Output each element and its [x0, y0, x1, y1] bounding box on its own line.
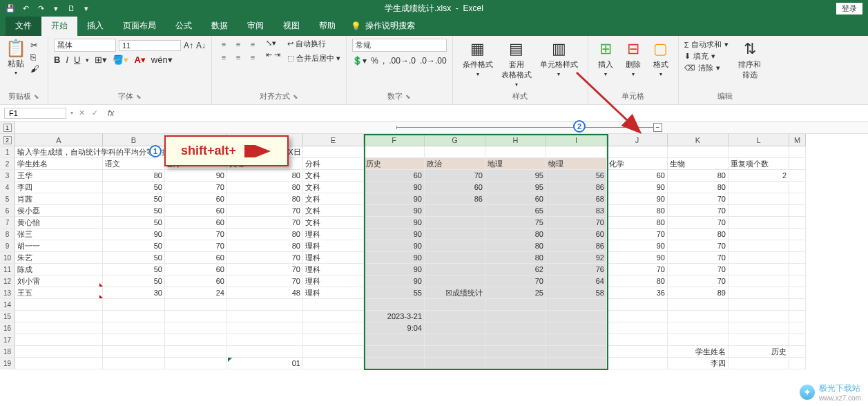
fill-color-button[interactable]: 🪣▾: [113, 55, 128, 65]
cell[interactable]: 9:04: [364, 322, 425, 334]
cell[interactable]: [227, 346, 303, 358]
cell[interactable]: [607, 146, 668, 158]
cell[interactable]: [729, 287, 789, 299]
cell[interactable]: [485, 346, 546, 358]
cell[interactable]: 50: [103, 193, 165, 205]
cell[interactable]: [729, 264, 789, 276]
increase-decimal-icon[interactable]: .00→.0: [389, 56, 416, 66]
number-launcher-icon[interactable]: ⬊: [405, 93, 411, 100]
row-header[interactable]: 9: [0, 240, 15, 252]
cell[interactable]: [789, 334, 806, 346]
cell[interactable]: 86: [546, 182, 607, 193]
delete-cells-button[interactable]: ⊟删除▾: [621, 39, 645, 79]
cell[interactable]: [729, 240, 789, 252]
cell[interactable]: 90: [364, 182, 425, 193]
cell[interactable]: [729, 322, 789, 334]
cell[interactable]: 80: [485, 229, 546, 240]
indent-increase-icon[interactable]: ⇥: [274, 50, 280, 59]
cell[interactable]: 60: [425, 182, 485, 193]
cell[interactable]: [165, 299, 227, 311]
cell[interactable]: [303, 299, 364, 311]
cell[interactable]: [15, 334, 103, 346]
row-header[interactable]: 4: [0, 182, 15, 193]
indent-decrease-icon[interactable]: ⇤: [266, 50, 272, 59]
insert-cells-button[interactable]: ⊞插入▾: [594, 39, 617, 79]
column-header[interactable]: M: [789, 134, 806, 146]
cell[interactable]: 王华: [15, 170, 103, 182]
cell[interactable]: [103, 358, 165, 369]
underline-button[interactable]: U: [74, 55, 80, 65]
cell[interactable]: 95: [485, 170, 546, 182]
cell[interactable]: [425, 311, 485, 322]
decrease-decimal-icon[interactable]: .0→.00: [420, 56, 447, 66]
cell[interactable]: 95: [485, 182, 546, 193]
cell[interactable]: [425, 240, 485, 252]
cell[interactable]: 60: [165, 252, 227, 264]
tab-help[interactable]: 帮助: [309, 16, 345, 36]
cell[interactable]: 70: [607, 229, 668, 240]
cell[interactable]: [668, 146, 729, 158]
cell[interactable]: 文科: [303, 182, 364, 193]
cell[interactable]: 地理: [485, 158, 546, 170]
cell[interactable]: [668, 334, 729, 346]
row-header[interactable]: 17: [0, 334, 15, 346]
merge-center-button[interactable]: ⬚ 合并后居中 ▾: [287, 53, 340, 64]
column-header[interactable]: G: [425, 134, 485, 146]
cell[interactable]: [729, 311, 789, 322]
number-format-select[interactable]: 常规: [352, 39, 446, 52]
cell[interactable]: 83: [546, 205, 607, 217]
cell[interactable]: [789, 205, 806, 217]
border-button[interactable]: ⊞▾: [95, 55, 107, 65]
row-header[interactable]: 7: [0, 217, 15, 229]
cell[interactable]: 80: [668, 182, 729, 193]
cell[interactable]: [668, 322, 729, 334]
cell[interactable]: [165, 311, 227, 322]
cell[interactable]: [789, 217, 806, 229]
cell[interactable]: [729, 358, 789, 369]
cell[interactable]: 80: [227, 182, 303, 193]
cell[interactable]: [789, 146, 806, 158]
cell[interactable]: [303, 346, 364, 358]
cell[interactable]: [425, 276, 485, 287]
cell[interactable]: 物理: [546, 158, 607, 170]
cell[interactable]: [227, 334, 303, 346]
cell[interactable]: [607, 334, 668, 346]
confirm-formula-icon[interactable]: ✓: [92, 108, 98, 117]
cell[interactable]: [789, 358, 806, 369]
cell[interactable]: 50: [103, 205, 165, 217]
cell[interactable]: [668, 299, 729, 311]
cell[interactable]: 80: [485, 240, 546, 252]
cell[interactable]: [364, 146, 425, 158]
cell[interactable]: 肖茜: [15, 193, 103, 205]
bold-button[interactable]: B: [54, 55, 60, 65]
cell[interactable]: [485, 322, 546, 334]
cell[interactable]: 文科: [303, 217, 364, 229]
cell[interactable]: [546, 334, 607, 346]
row-header[interactable]: 6: [0, 205, 15, 217]
cell[interactable]: 80: [607, 205, 668, 217]
cell[interactable]: 2023-3-21: [364, 311, 425, 322]
cell[interactable]: 70: [227, 252, 303, 264]
font-size-select[interactable]: 11: [119, 40, 181, 51]
row-header[interactable]: 11: [0, 264, 15, 276]
cell[interactable]: [303, 146, 364, 158]
cell[interactable]: 62: [485, 264, 546, 276]
cell[interactable]: [789, 311, 806, 322]
row-header[interactable]: 5: [0, 193, 15, 205]
cell[interactable]: [15, 322, 103, 334]
cell[interactable]: 70: [425, 170, 485, 182]
cell[interactable]: 90: [364, 264, 425, 276]
cell[interactable]: [425, 146, 485, 158]
cell[interactable]: [546, 322, 607, 334]
qat-customize-icon[interactable]: ▾: [81, 3, 91, 13]
font-name-select[interactable]: 黑体: [54, 39, 116, 52]
cell[interactable]: 90: [364, 193, 425, 205]
cell[interactable]: [546, 146, 607, 158]
cell[interactable]: [485, 146, 546, 158]
cell[interactable]: [607, 358, 668, 369]
align-middle-icon[interactable]: ≡: [232, 39, 244, 50]
cell[interactable]: 输入学生成绩，自动统计学科的平均分等数据。班级：X年X班统计日期：X年X月X日: [15, 146, 103, 158]
column-header[interactable]: F: [364, 134, 425, 146]
cell[interactable]: 重复项个数: [729, 158, 789, 170]
align-launcher-icon[interactable]: ⬊: [293, 93, 298, 100]
